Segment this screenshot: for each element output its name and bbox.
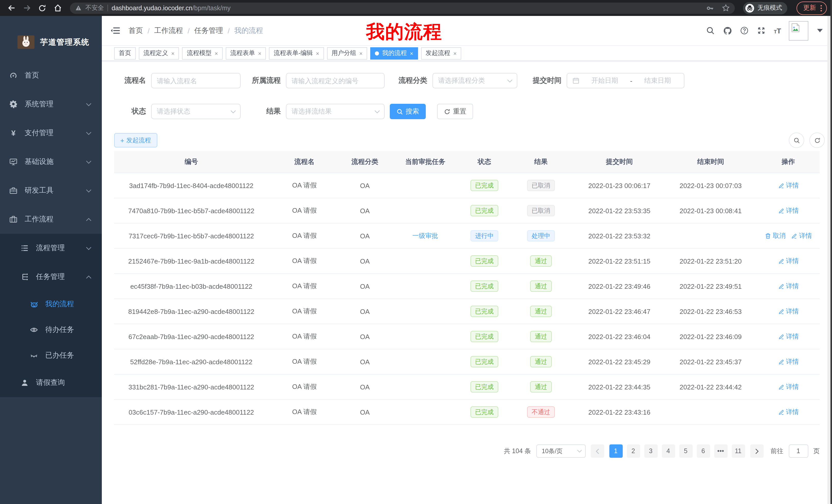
cell-category: OA — [340, 408, 389, 416]
page-size-select[interactable]: 10条/页 — [536, 444, 586, 458]
sidebar-item-process-mgmt[interactable]: 流程管理 — [0, 234, 102, 262]
create-process-button[interactable]: + 发起流程 — [114, 133, 157, 147]
page-button-3[interactable]: 3 — [644, 444, 657, 458]
filter-category-select[interactable]: 请选择流程分类 — [433, 73, 517, 88]
tab-home[interactable]: 首页 — [114, 47, 136, 59]
tab-process-form[interactable]: 流程表单× — [226, 47, 266, 59]
cell-submit-time: 2022-01-23 00:06:17 — [574, 181, 665, 189]
status-badge: 已完成 — [470, 180, 498, 191]
page-button-11[interactable]: 11 — [731, 444, 745, 458]
close-tab-icon[interactable]: × — [410, 50, 413, 56]
breadcrumb-separator: / — [188, 26, 190, 35]
github-icon[interactable] — [723, 26, 732, 35]
cell-end-time: 2022-01-23 00:07:03 — [665, 181, 757, 189]
close-tab-icon[interactable]: × — [215, 50, 218, 56]
cell-end-time: 2022-01-22 23:46:09 — [665, 333, 757, 340]
close-tab-icon[interactable]: × — [171, 50, 175, 56]
avatar-caret-icon[interactable] — [817, 29, 823, 32]
sidebar-item-label: 系统管理 — [25, 100, 53, 109]
detail-action-link[interactable]: 详情 — [778, 307, 799, 316]
filter-result-select[interactable]: 请选择流结果 — [286, 104, 385, 119]
page-button-6[interactable]: 6 — [697, 444, 710, 458]
cell-status: 已完成 — [461, 255, 508, 267]
sidebar-item-infrastructure[interactable]: 基础设施 — [0, 147, 102, 176]
font-size-icon[interactable]: TT — [774, 26, 781, 35]
page-button-1[interactable]: 1 — [609, 444, 622, 458]
close-tab-icon[interactable]: × — [359, 50, 363, 56]
bookmark-star-icon[interactable] — [722, 4, 730, 12]
cell-submit-time: 2022-01-22 23:46:47 — [574, 307, 665, 315]
tab-process-definition[interactable]: 流程定义× — [139, 47, 179, 59]
sidebar-item-home[interactable]: 首页 — [0, 61, 102, 90]
close-tab-icon[interactable]: × — [316, 50, 319, 56]
detail-action-link[interactable]: 详情 — [778, 206, 799, 215]
tab-start-process[interactable]: 发起流程× — [421, 47, 461, 59]
browser-menu-dots-icon[interactable] — [820, 4, 822, 11]
detail-action-link[interactable]: 详情 — [778, 257, 799, 265]
cell-id: 03c6c157-7b9a-11ec-a290-acde48001122 — [114, 408, 268, 416]
table-body: 3ad174fb-7b9d-11ec-8404-acde48001122OA 请… — [114, 173, 820, 425]
sidebar-item-leave-query[interactable]: 请假查询 — [0, 368, 102, 397]
result-badge: 通过 — [530, 331, 552, 342]
filter-definition-input[interactable] — [286, 73, 385, 88]
detail-action-link[interactable]: 详情 — [778, 181, 799, 190]
current-task-link[interactable]: 一级审批 — [412, 231, 438, 240]
sidebar-item-devtools[interactable]: 研发工具 — [0, 176, 102, 205]
next-page-button[interactable] — [750, 444, 763, 458]
detail-action-link[interactable]: 详情 — [778, 282, 799, 290]
tab-process-model[interactable]: 流程模型× — [182, 47, 223, 59]
fullscreen-icon[interactable] — [757, 26, 766, 35]
detail-action-link[interactable]: 详情 — [778, 357, 799, 366]
sidebar-item-payment[interactable]: ¥支付管理 — [0, 119, 102, 147]
more-pages-button[interactable]: ••• — [714, 444, 727, 458]
search-icon[interactable] — [706, 26, 715, 35]
sidebar-item-workflow[interactable]: 工作流程 — [0, 205, 102, 234]
sidebar-item-done-tasks[interactable]: 已办任务 — [0, 343, 102, 368]
tab-my-process[interactable]: 我的流程× — [370, 47, 418, 59]
detail-action-link[interactable]: 详情 — [778, 383, 799, 391]
page-button-5[interactable]: 5 — [679, 444, 693, 458]
scrollbar[interactable] — [827, 16, 830, 504]
sidebar-item-task-mgmt[interactable]: 任务管理 — [0, 262, 102, 291]
toggle-search-button[interactable] — [789, 133, 804, 148]
search-button[interactable]: 搜索 — [390, 104, 426, 119]
browser-forward-icon[interactable] — [21, 2, 33, 14]
password-key-icon[interactable] — [706, 4, 714, 12]
goto-page-input[interactable] — [788, 444, 808, 458]
close-tab-icon[interactable]: × — [258, 50, 261, 56]
filter-status-select[interactable]: 请选择状态 — [151, 104, 241, 119]
cancel-action-link[interactable]: 取消 — [765, 231, 786, 240]
browser-address-bar[interactable]: 不安全 dashboard.yudao.iocoder.cn /bpm/task… — [70, 2, 735, 13]
chevron-down-icon — [86, 103, 92, 106]
sidebar-item-system[interactable]: 系统管理 — [0, 90, 102, 119]
browser-reload-icon[interactable] — [36, 2, 48, 14]
pen-icon — [778, 182, 784, 189]
sidebar-item-my-process[interactable]: 我的流程 — [0, 291, 102, 317]
detail-action-link[interactable]: 详情 — [778, 408, 799, 416]
filter-date-range[interactable]: 开始日期 - 结束日期 — [567, 73, 684, 88]
help-icon[interactable] — [740, 26, 749, 35]
sidebar-item-todo-tasks[interactable]: 待办任务 — [0, 317, 102, 343]
detail-action-link[interactable]: 详情 — [791, 231, 812, 240]
browser-home-icon[interactable] — [51, 2, 64, 14]
cell-result: 通过 — [508, 306, 574, 317]
prev-page-button[interactable] — [591, 444, 604, 458]
breadcrumb-item[interactable]: 任务管理 — [194, 26, 223, 35]
sidebar-collapse-icon[interactable] — [110, 26, 120, 35]
reset-button[interactable]: 重置 — [437, 104, 473, 119]
cell-submit-time: 2022-01-22 23:49:46 — [574, 282, 665, 290]
tab-process-form-edit[interactable]: 流程表单-编辑× — [269, 47, 324, 59]
tab-user-group[interactable]: 用户分组× — [327, 47, 367, 59]
detail-action-link[interactable]: 详情 — [778, 332, 799, 341]
page-button-2[interactable]: 2 — [627, 444, 640, 458]
browser-back-icon[interactable] — [5, 2, 18, 14]
breadcrumb-item[interactable]: 工作流程 — [154, 26, 183, 35]
filter-name-input[interactable] — [151, 73, 241, 88]
close-tab-icon[interactable]: × — [453, 50, 457, 56]
avatar[interactable] — [789, 21, 808, 40]
refresh-table-button[interactable] — [809, 133, 825, 148]
page-button-4[interactable]: 4 — [661, 444, 675, 458]
result-badge: 处理中 — [527, 230, 555, 242]
breadcrumb-item[interactable]: 首页 — [129, 26, 143, 35]
update-button[interactable]: 更新 — [797, 1, 827, 15]
